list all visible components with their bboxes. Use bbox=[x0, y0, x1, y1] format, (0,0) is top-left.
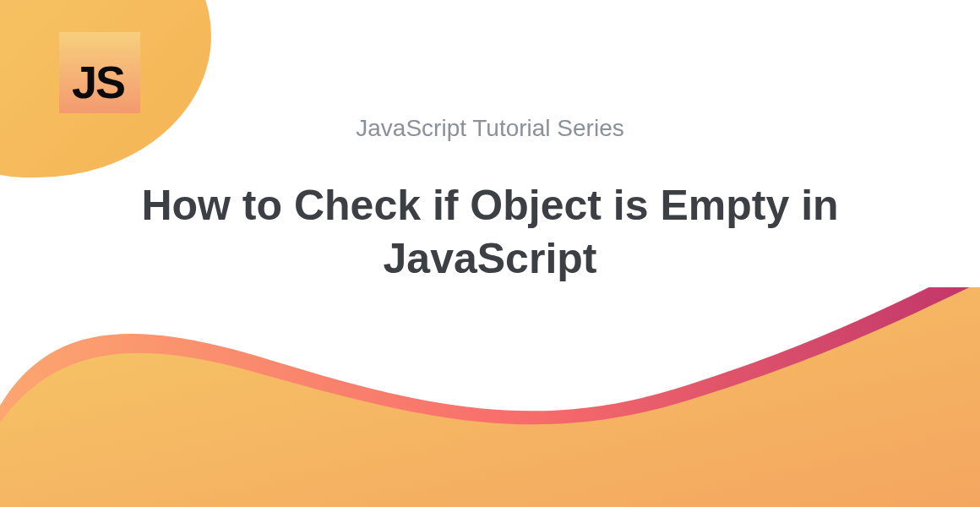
page-title: How to Check if Object is Empty in JavaS… bbox=[84, 179, 896, 285]
content-area: JavaScript Tutorial Series How to Check … bbox=[0, 0, 980, 285]
wave-shape-bottom bbox=[0, 287, 980, 507]
page-subtitle: JavaScript Tutorial Series bbox=[0, 115, 980, 142]
